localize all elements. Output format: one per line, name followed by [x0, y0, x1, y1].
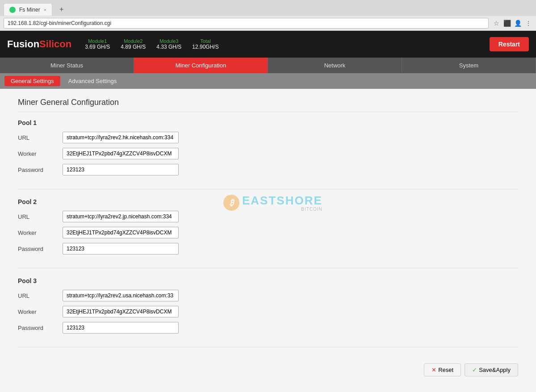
extensions-icon[interactable]: ⬛ [503, 19, 511, 27]
pool-3-worker-row: Worker [18, 306, 518, 317]
reset-label: Reset [438, 367, 453, 373]
nav-system[interactable]: System [402, 58, 536, 73]
tab-title: Fs Miner [19, 7, 40, 13]
stat-module1: Module1 3.69 GH/S [85, 38, 110, 50]
close-tab-icon[interactable]: × [44, 7, 46, 13]
reset-button[interactable]: ✕ Reset [424, 363, 461, 376]
pool-2-section: Pool 2 ₿ EASTSHORE BITCOIN URL Worker Pa… [18, 198, 518, 268]
pool-2-worker-row: Worker [18, 227, 518, 238]
pool-1-password-label: Password [18, 167, 63, 173]
pool-1-url-row: URL [18, 132, 518, 143]
logo-silicon: Silicon [39, 38, 71, 50]
pool-3-url-row: URL [18, 290, 518, 301]
active-tab[interactable]: Fs Miner × [4, 3, 52, 16]
settings-icon[interactable]: ⋮ [524, 19, 532, 27]
save-check-icon: ✓ [472, 367, 477, 373]
pool-1-url-label: URL [18, 134, 63, 141]
pool-1-title: Pool 1 [18, 119, 518, 126]
browser-icons: ☆ ⬛ 👤 ⋮ [492, 19, 532, 27]
pool-2-url-label: URL [18, 213, 63, 220]
pool-3-worker-input[interactable] [63, 306, 179, 317]
pool-2-password-label: Password [18, 246, 63, 252]
tab-favicon [9, 7, 16, 13]
stat-total: Total 12.90GH/S [192, 38, 218, 50]
pool-2-worker-input[interactable] [63, 227, 179, 238]
pool-2-worker-label: Worker [18, 229, 63, 236]
restart-button[interactable]: Restart [490, 37, 529, 51]
pool-2-url-input[interactable] [63, 211, 179, 222]
save-apply-button[interactable]: ✓ Save&Apply [465, 363, 518, 376]
pool-3-title: Pool 3 [18, 277, 518, 284]
bookmark-icon[interactable]: ☆ [492, 19, 500, 27]
sub-nav: General Settings Advanced Settings [0, 73, 536, 89]
pool-3-password-row: Password [18, 322, 518, 334]
stat-module1-label: Module1 [88, 38, 107, 44]
stat-module2: Module2 4.89 GH/S [121, 38, 146, 50]
logo-fusion: Fusion [7, 38, 39, 50]
stat-module3-value: 4.33 GH/S [156, 44, 181, 50]
nav-miner-configuration[interactable]: Miner Configuration [134, 58, 268, 73]
pool-3-url-input[interactable] [63, 290, 179, 301]
tab-bar: Fs Miner × + [0, 0, 536, 16]
app-header: FusionSilicon Module1 3.69 GH/S Module2 … [0, 31, 536, 58]
stat-module3: Module3 4.33 GH/S [156, 38, 181, 50]
browser-chrome: Fs Miner × + ☆ ⬛ 👤 ⋮ [0, 0, 536, 31]
stat-module2-value: 4.89 GH/S [121, 44, 146, 50]
pool-1-worker-row: Worker [18, 148, 518, 159]
nav-bar: Miner Status Miner Configuration Network… [0, 58, 536, 73]
save-label: Save&Apply [479, 367, 511, 373]
pool-3-password-label: Password [18, 325, 63, 331]
pool-1-worker-label: Worker [18, 150, 63, 157]
nav-miner-status[interactable]: Miner Status [0, 58, 134, 73]
subnav-advanced-settings[interactable]: Advanced Settings [62, 76, 123, 86]
pool-1-url-input[interactable] [63, 132, 179, 143]
pool-2-password-input[interactable] [63, 243, 179, 254]
stat-module2-label: Module2 [124, 38, 142, 44]
stat-module1-value: 3.69 GH/S [85, 44, 110, 50]
pool-1-password-input[interactable] [63, 164, 179, 175]
new-tab-button[interactable]: + [56, 3, 67, 16]
pool-3-worker-label: Worker [18, 309, 63, 315]
pool-3-url-label: URL [18, 292, 63, 299]
pool-3-password-input[interactable] [63, 322, 179, 334]
page-title: Miner General Configuration [18, 98, 518, 112]
stats-container: Module1 3.69 GH/S Module2 4.89 GH/S Modu… [85, 38, 218, 50]
subnav-general-settings[interactable]: General Settings [4, 76, 60, 86]
pool-2-url-row: URL [18, 211, 518, 222]
nav-network[interactable]: Network [268, 58, 402, 73]
pool-1-worker-input[interactable] [63, 148, 179, 159]
logo: FusionSilicon [7, 38, 71, 50]
stat-total-label: Total [200, 38, 210, 44]
address-bar[interactable] [4, 18, 489, 29]
profile-icon[interactable]: 👤 [514, 19, 522, 27]
pool-1-section: Pool 1 URL Worker Password [18, 119, 518, 189]
pool-1-password-row: Password [18, 164, 518, 175]
pool-3-section: Pool 3 URL Worker Password [18, 277, 518, 347]
pool-2-password-row: Password [18, 243, 518, 254]
stat-module3-label: Module3 [159, 38, 178, 44]
bottom-actions: ✕ Reset ✓ Save&Apply [18, 356, 518, 385]
stat-total-value: 12.90GH/S [192, 44, 218, 50]
address-bar-row: ☆ ⬛ 👤 ⋮ [0, 16, 536, 30]
reset-x-icon: ✕ [431, 367, 436, 373]
main-content: Miner General Configuration Pool 1 URL W… [0, 89, 536, 392]
pool-2-title: Pool 2 [18, 198, 518, 205]
